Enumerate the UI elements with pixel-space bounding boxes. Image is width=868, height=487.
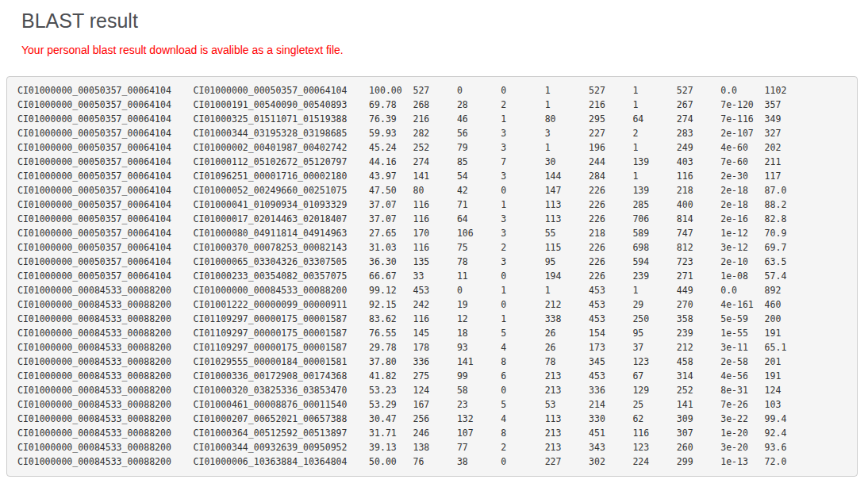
download-notice: Your personal blast result download is a… xyxy=(21,44,868,57)
blast-result-page: BLAST result Your personal blast result … xyxy=(0,0,868,487)
blast-results-table: CI01000000_00050357_00064104 CI01000000_… xyxy=(6,76,858,477)
page-title: BLAST result xyxy=(21,10,868,33)
